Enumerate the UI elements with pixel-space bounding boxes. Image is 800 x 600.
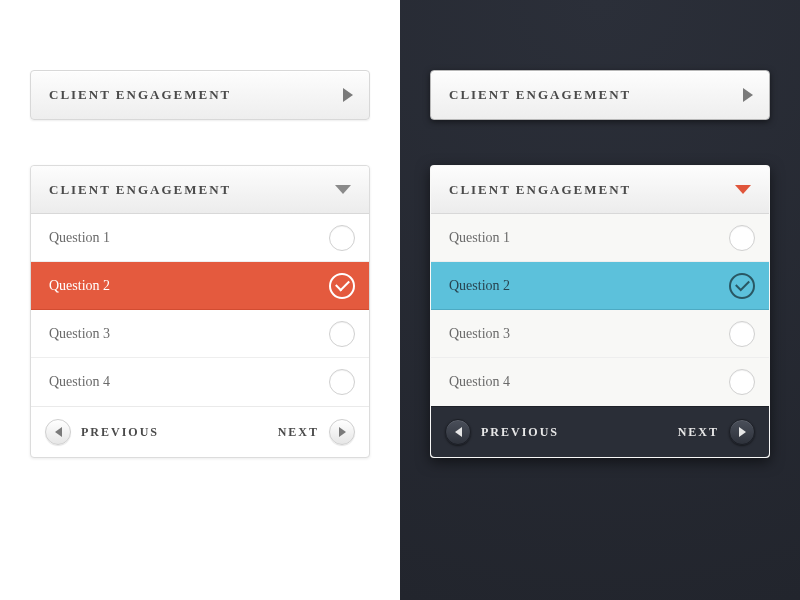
list-item-label: Question 3 bbox=[49, 326, 110, 342]
list-item-label: Question 4 bbox=[49, 374, 110, 390]
next-button[interactable]: NEXT bbox=[678, 419, 755, 445]
dropdown-header[interactable]: CLIENT ENGAGEMENT bbox=[431, 166, 769, 214]
radio-icon bbox=[329, 369, 355, 395]
dropdown-header[interactable]: CLIENT ENGAGEMENT bbox=[31, 166, 369, 214]
arrow-left-icon bbox=[445, 419, 471, 445]
list-item-label: Question 2 bbox=[49, 278, 110, 294]
previous-button[interactable]: PREVIOUS bbox=[445, 419, 559, 445]
option-list: Question 1 Question 2 Question 3 Questio… bbox=[431, 214, 769, 406]
radio-icon bbox=[329, 321, 355, 347]
card-footer: PREVIOUS NEXT bbox=[431, 406, 769, 457]
previous-label: PREVIOUS bbox=[481, 425, 559, 440]
list-item-label: Question 4 bbox=[449, 374, 510, 390]
radio-icon bbox=[729, 225, 755, 251]
list-item[interactable]: Question 2 bbox=[31, 262, 369, 310]
list-item[interactable]: Question 1 bbox=[431, 214, 769, 262]
dropdown-closed[interactable]: CLIENT ENGAGEMENT bbox=[430, 70, 770, 120]
list-item[interactable]: Question 3 bbox=[31, 310, 369, 358]
dropdown-open-card: CLIENT ENGAGEMENT Question 1 Question 2 … bbox=[30, 165, 370, 458]
arrow-right-icon bbox=[729, 419, 755, 445]
list-item-label: Question 3 bbox=[449, 326, 510, 342]
check-icon bbox=[729, 273, 755, 299]
list-item[interactable]: Question 4 bbox=[31, 358, 369, 406]
next-label: NEXT bbox=[678, 425, 719, 440]
radio-icon bbox=[729, 369, 755, 395]
list-item[interactable]: Question 1 bbox=[31, 214, 369, 262]
dropdown-header-label: CLIENT ENGAGEMENT bbox=[449, 182, 631, 198]
chevron-right-icon bbox=[743, 88, 753, 102]
list-item-label: Question 1 bbox=[49, 230, 110, 246]
chevron-right-icon bbox=[343, 88, 353, 102]
list-item[interactable]: Question 4 bbox=[431, 358, 769, 406]
card-footer: PREVIOUS NEXT bbox=[31, 406, 369, 457]
dropdown-open-card: CLIENT ENGAGEMENT Question 1 Question 2 … bbox=[430, 165, 770, 458]
list-item[interactable]: Question 3 bbox=[431, 310, 769, 358]
dropdown-header-label: CLIENT ENGAGEMENT bbox=[49, 182, 231, 198]
next-label: NEXT bbox=[278, 425, 319, 440]
panel-light: CLIENT ENGAGEMENT CLIENT ENGAGEMENT Ques… bbox=[0, 0, 400, 600]
previous-label: PREVIOUS bbox=[81, 425, 159, 440]
arrow-right-icon bbox=[329, 419, 355, 445]
previous-button[interactable]: PREVIOUS bbox=[45, 419, 159, 445]
chevron-down-icon bbox=[735, 185, 751, 194]
list-item-label: Question 1 bbox=[449, 230, 510, 246]
list-item[interactable]: Question 2 bbox=[431, 262, 769, 310]
option-list: Question 1 Question 2 Question 3 Questio… bbox=[31, 214, 369, 406]
arrow-left-icon bbox=[45, 419, 71, 445]
radio-icon bbox=[729, 321, 755, 347]
check-icon bbox=[329, 273, 355, 299]
panel-dark: CLIENT ENGAGEMENT CLIENT ENGAGEMENT Ques… bbox=[400, 0, 800, 600]
next-button[interactable]: NEXT bbox=[278, 419, 355, 445]
chevron-down-icon bbox=[335, 185, 351, 194]
dropdown-closed-label: CLIENT ENGAGEMENT bbox=[49, 87, 231, 103]
dropdown-closed-label: CLIENT ENGAGEMENT bbox=[449, 87, 631, 103]
list-item-label: Question 2 bbox=[449, 278, 510, 294]
radio-icon bbox=[329, 225, 355, 251]
dropdown-closed[interactable]: CLIENT ENGAGEMENT bbox=[30, 70, 370, 120]
